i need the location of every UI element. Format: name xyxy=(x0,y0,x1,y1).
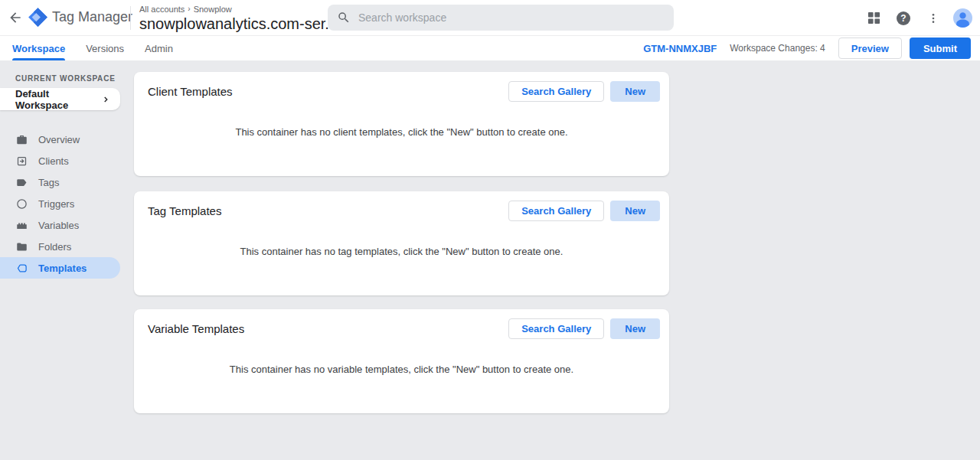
sidebar-item-folders[interactable]: Folders xyxy=(0,236,120,257)
search-gallery-button-variable[interactable]: Search Gallery xyxy=(508,318,604,339)
active-tab-indicator xyxy=(12,58,65,60)
workspace-actions: GTM-NNMXJBF Workspace Changes: 4 Preview… xyxy=(643,38,980,59)
top-bar: Tag Manager All accounts › Snowplow snow… xyxy=(0,0,980,36)
workspace-tab-bar: Workspace Versions Admin GTM-NNMXJBF Wor… xyxy=(0,36,980,60)
variable-templates-empty-text: This container has no variable templates… xyxy=(134,364,669,375)
sidebar-item-overview[interactable]: Overview xyxy=(0,129,120,150)
breadcrumb-account[interactable]: Snowplow xyxy=(194,5,232,14)
card-title-tag-templates: Tag Templates xyxy=(148,204,221,217)
trigger-icon xyxy=(15,197,28,210)
client-templates-card: Client Templates Search Gallery New This… xyxy=(134,72,669,176)
tag-manager-logo-icon[interactable] xyxy=(28,7,48,28)
search-gallery-button-client[interactable]: Search Gallery xyxy=(508,81,604,102)
workspace-search[interactable] xyxy=(328,5,674,31)
overview-icon xyxy=(15,133,28,145)
sidebar-item-clients[interactable]: Clients xyxy=(0,150,120,171)
sidebar-item-variables[interactable]: Variables xyxy=(0,214,120,236)
tag-templates-empty-text: This container has no tag templates, cli… xyxy=(134,246,669,257)
chevron-right-icon xyxy=(100,93,113,106)
tag-icon xyxy=(15,176,28,188)
variable-templates-card: Variable Templates Search Gallery New Th… xyxy=(134,309,669,413)
more-vertical-icon[interactable] xyxy=(923,8,943,28)
folder-icon xyxy=(15,240,28,253)
tab-admin[interactable]: Admin xyxy=(145,36,173,60)
submit-button[interactable]: Submit xyxy=(910,38,971,59)
search-input[interactable] xyxy=(358,11,665,24)
sidebar-item-triggers[interactable]: Triggers xyxy=(0,193,120,214)
tabs: Workspace Versions Admin xyxy=(0,36,194,60)
clients-icon xyxy=(15,155,28,167)
tab-workspace[interactable]: Workspace xyxy=(12,36,65,60)
current-workspace-label: CURRENT WORKSPACE xyxy=(15,74,120,83)
help-icon[interactable]: ? xyxy=(893,8,913,28)
container-selector[interactable]: snowplowanalytics.com-ser... xyxy=(139,15,352,33)
client-templates-empty-text: This container has no client templates, … xyxy=(134,126,669,138)
gtm-container-id[interactable]: GTM-NNMXJBF xyxy=(643,43,717,54)
card-title-client-templates: Client Templates xyxy=(148,85,233,98)
breadcrumb-root[interactable]: All accounts xyxy=(139,5,185,14)
new-button-client[interactable]: New xyxy=(610,81,660,102)
preview-button[interactable]: Preview xyxy=(838,38,902,59)
workspace-changes-count: Workspace Changes: 4 xyxy=(730,43,825,54)
new-button-tag[interactable]: New xyxy=(610,201,660,221)
container-title: snowplowanalytics.com-ser... xyxy=(139,15,338,33)
tab-versions[interactable]: Versions xyxy=(86,36,124,60)
breadcrumb-separator-icon: › xyxy=(188,5,190,13)
search-icon xyxy=(337,11,351,24)
card-title-variable-templates: Variable Templates xyxy=(148,322,244,335)
breadcrumb: All accounts › Snowplow snowplowanalytic… xyxy=(139,4,352,33)
sidebar-item-tags[interactable]: Tags xyxy=(0,171,120,193)
gtm-app: Tag Manager All accounts › Snowplow snow… xyxy=(0,0,980,460)
app-title: Tag Manager xyxy=(52,9,132,25)
templates-icon xyxy=(15,262,28,274)
sidebar-nav: Overview Clients Tags Triggers xyxy=(0,129,120,279)
topbar-right-icons: ? xyxy=(864,0,972,36)
back-arrow-icon xyxy=(8,10,23,25)
sidebar: CURRENT WORKSPACE Default Workspace Over… xyxy=(0,60,120,279)
new-button-variable[interactable]: New xyxy=(610,318,660,339)
workspace-selector[interactable]: Default Workspace xyxy=(0,88,120,110)
variables-icon xyxy=(15,219,28,231)
sidebar-item-templates[interactable]: Templates xyxy=(0,257,120,279)
apps-grid-icon[interactable] xyxy=(864,8,884,28)
tag-templates-card: Tag Templates Search Gallery New This co… xyxy=(134,191,669,295)
search-gallery-button-tag[interactable]: Search Gallery xyxy=(508,201,604,221)
workspace-name: Default Workspace xyxy=(15,88,100,111)
user-avatar[interactable] xyxy=(953,8,972,28)
topbar-divider xyxy=(130,6,131,30)
back-button[interactable] xyxy=(6,8,24,27)
